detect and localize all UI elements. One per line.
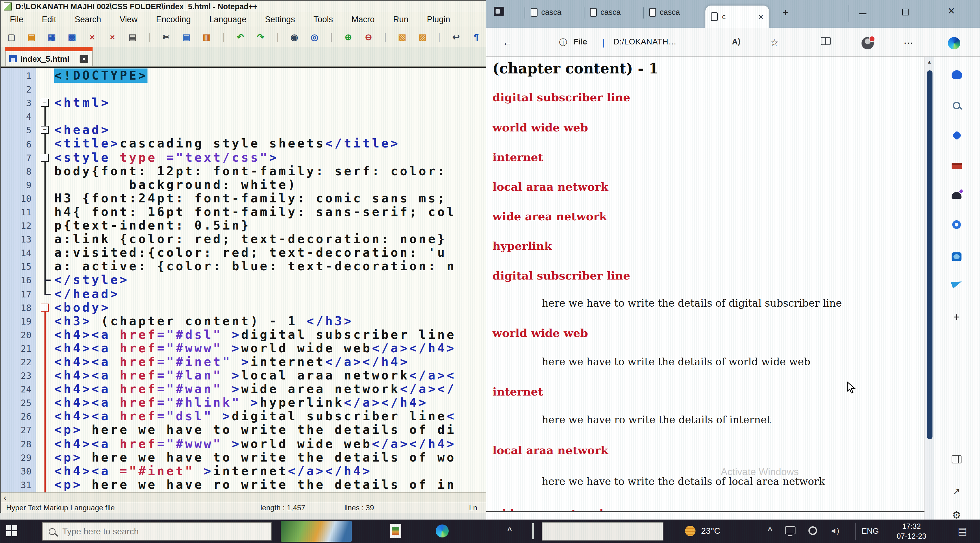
close-button[interactable]: × [948, 4, 955, 18]
fold-collapse-icon[interactable]: − [41, 126, 49, 134]
code-line[interactable]: 12p{text-indent: 0.5in} [1, 219, 486, 233]
menu-language[interactable]: Language [200, 15, 256, 24]
copilot-icon[interactable] [951, 69, 962, 80]
code-line[interactable]: 6<title>cascading style sheets</title> [1, 137, 486, 151]
fold-margin[interactable] [36, 287, 54, 301]
zoom-out-icon[interactable]: ⊖ [364, 32, 373, 42]
menu-macro[interactable]: Macro [342, 15, 384, 24]
network-display-icon[interactable] [785, 526, 795, 534]
menu-run[interactable]: Run [384, 15, 418, 24]
address-bar[interactable]: D:/LOKANATH… [613, 37, 677, 46]
close-file-icon[interactable]: × [88, 32, 97, 42]
add-sidebar-icon[interactable] [951, 311, 962, 323]
link-internet-2[interactable]: internet [492, 385, 543, 398]
code-line[interactable]: 10H3 {font:24pt: font-family: comic sans… [1, 192, 486, 205]
code-line[interactable]: 11h4{ font: 16pt font-family: sans-serif… [1, 205, 486, 219]
find-icon[interactable]: ◉ [290, 32, 299, 42]
weather-temp[interactable]: 23°C [701, 526, 721, 536]
shopping-icon[interactable] [951, 130, 962, 141]
minimize-button[interactable] [859, 13, 867, 14]
read-aloud-icon[interactable]: A⟩ [732, 37, 741, 46]
code-line[interactable]: 1<!DOCTYPE> [1, 69, 486, 83]
link-internet[interactable]: internet [492, 151, 543, 164]
code-line[interactable]: 4 [1, 110, 486, 124]
edge-taskbar-icon[interactable] [436, 524, 449, 537]
code-line[interactable]: 27<p> here we have to write the details … [1, 424, 486, 437]
back-icon[interactable]: ← [502, 37, 512, 48]
code-line[interactable]: 18−<body> [1, 301, 486, 314]
editor-area[interactable]: 1<!DOCTYPE>23−<html>45−<head>6<title>cas… [1, 67, 486, 492]
editor-hscrollbar[interactable]: ‹ [1, 492, 486, 502]
link-lan[interactable]: local araa network [492, 180, 608, 193]
search-icon[interactable] [951, 100, 962, 111]
code-line[interactable]: 16</style> [1, 274, 486, 287]
tab-actions-icon[interactable] [494, 7, 504, 16]
fold-collapse-icon[interactable]: − [41, 303, 49, 311]
chevron-up-icon[interactable]: ^ [507, 526, 512, 535]
menu-plugins[interactable]: Plugin [418, 15, 460, 24]
settings-gear-icon[interactable] [951, 509, 962, 520]
cut-icon[interactable]: ✂ [162, 32, 171, 42]
scroll-up-icon[interactable]: ▲ [925, 59, 934, 65]
fold-collapse-icon[interactable]: − [41, 153, 49, 161]
tab-cascading-2[interactable]: casca [590, 8, 620, 17]
drop-icon[interactable] [951, 278, 962, 289]
link-dsl[interactable]: digital subscriber line [492, 91, 630, 104]
profile-avatar[interactable] [862, 37, 874, 49]
code-line[interactable]: 24<h4><a href="#wan" >wide area network<… [1, 383, 486, 396]
open-folder-icon[interactable]: ▣ [27, 32, 36, 42]
more-menu-icon[interactable]: ⋯ [904, 37, 914, 49]
notification-center-icon[interactable]: ▤ [958, 525, 967, 537]
zoom-in-icon[interactable]: ⊕ [344, 32, 353, 42]
widgets-thumbnail[interactable] [281, 521, 352, 542]
new-file-icon[interactable]: ▢ [7, 32, 16, 42]
code-line[interactable]: 26<h4><a href="dsl" >digital subscriber … [1, 410, 486, 424]
taskbar-search[interactable] [42, 522, 272, 541]
code-line[interactable]: 2 [1, 83, 486, 96]
hidden-icons-chevron[interactable]: ^ [768, 526, 772, 535]
redo-icon[interactable]: ↷ [256, 32, 265, 42]
fold-margin[interactable]: − [36, 124, 54, 137]
info-icon[interactable]: ⓘ [559, 37, 567, 48]
menu-tools[interactable]: Tools [304, 15, 342, 24]
tab-close-icon[interactable]: × [759, 12, 764, 22]
code-line[interactable]: 5−<head> [1, 124, 486, 137]
copilot-logo-icon[interactable] [948, 37, 960, 49]
tab-close-icon[interactable]: × [80, 55, 88, 63]
fold-margin[interactable]: − [36, 151, 54, 164]
tab-active[interactable]: c × [705, 6, 769, 28]
code-line[interactable]: 8body{font: 12pt: font-family: serf: col… [1, 164, 486, 178]
code-line[interactable]: 13a:link {color: red; text-decoration: n… [1, 233, 486, 246]
tab-cascading-3[interactable]: casca [649, 8, 680, 17]
save-icon[interactable]: ▦ [47, 32, 56, 42]
replace-icon[interactable]: ◎ [310, 32, 319, 42]
link-lan-2[interactable]: local araa network [492, 444, 608, 457]
sync-scroll-v-icon[interactable]: ▧ [398, 32, 407, 42]
clock[interactable]: 17:32 07-12-23 [888, 521, 935, 541]
split-screen-icon[interactable] [821, 37, 830, 45]
link-dsl-2[interactable]: digital subscriber line [492, 269, 630, 282]
menu-settings[interactable]: Settings [256, 15, 304, 24]
link-hyperlink[interactable]: hyperlink [492, 240, 552, 252]
open-link-icon[interactable] [951, 486, 962, 497]
code-line[interactable]: 23<h4><a href="#lan" >local araa network… [1, 369, 486, 383]
code-line[interactable]: 9 background: white) [1, 178, 486, 192]
speaker-icon[interactable]: ◄) [829, 526, 839, 535]
print-icon[interactable]: ▤ [128, 32, 137, 42]
close-all-icon[interactable]: × [108, 32, 117, 42]
tab-index5-html[interactable]: index_5.html × [5, 51, 92, 66]
language-indicator[interactable]: ENG [862, 526, 879, 536]
show-symbols-icon[interactable]: ¶ [472, 32, 481, 42]
word-wrap-icon[interactable]: ↩ [452, 32, 460, 42]
split-screen-icon[interactable] [951, 454, 962, 465]
scroll-left-icon[interactable]: ‹ [4, 493, 6, 502]
menu-search[interactable]: Search [65, 15, 110, 24]
page-scrollbar[interactable]: ▲ [924, 57, 934, 519]
fold-margin[interactable]: − [36, 301, 54, 314]
fold-collapse-icon[interactable]: − [41, 99, 49, 107]
menu-edit[interactable]: Edit [33, 15, 66, 24]
document-app-icon[interactable] [390, 524, 401, 538]
menu-encoding[interactable]: Encoding [147, 15, 200, 24]
fold-margin[interactable]: − [36, 96, 54, 110]
fold-margin[interactable] [36, 274, 54, 287]
